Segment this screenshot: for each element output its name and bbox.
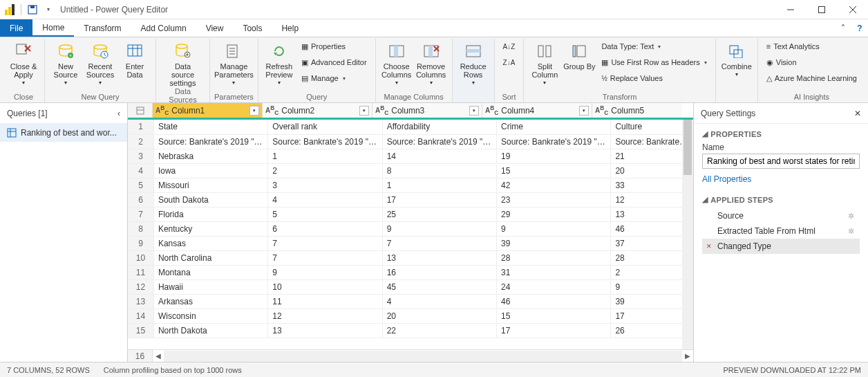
scroll-right-icon[interactable]: ▶ <box>682 351 693 362</box>
cell[interactable]: 9 <box>497 221 611 236</box>
close-button[interactable] <box>837 0 868 19</box>
all-properties-link[interactable]: All Properties <box>702 174 751 184</box>
cell[interactable]: 9 <box>382 221 496 236</box>
gear-icon[interactable]: ✲ <box>848 227 854 236</box>
text-analytics-button[interactable]: ≡Text Analytics <box>762 39 861 54</box>
advanced-editor-button[interactable]: ▣Advanced Editor <box>297 55 371 70</box>
gear-icon[interactable]: ✲ <box>848 212 854 221</box>
reduce-rows-button[interactable]: Reduce Rows▾ <box>457 39 490 86</box>
query-name-input[interactable] <box>702 154 860 169</box>
data-source-settings-button[interactable]: Data source settings <box>164 39 202 87</box>
cell[interactable]: 46 <box>497 294 611 309</box>
close-pane-icon[interactable]: ✕ <box>854 109 861 118</box>
cell[interactable]: 10 <box>268 279 382 294</box>
refresh-preview-button[interactable]: Refresh Preview▾ <box>263 39 296 86</box>
cell[interactable]: 16 <box>382 265 496 279</box>
data-type-button[interactable]: Data Type: Text <box>597 39 710 54</box>
cell[interactable]: Source: Bankrate's 2019 "Bes... <box>153 134 267 149</box>
group-by-button[interactable]: Group By <box>563 39 596 71</box>
cell[interactable]: Culture <box>611 120 693 134</box>
step-extracted-table[interactable]: Extracted Table From Html✲ <box>702 223 860 239</box>
cell[interactable]: 13 <box>382 250 496 265</box>
recent-sources-button[interactable]: Recent Sources▾ <box>84 39 117 86</box>
applied-steps-section-toggle[interactable]: ◢APPLIED STEPS <box>702 195 860 204</box>
table-row[interactable]: 12Hawaii1045249 <box>128 279 693 294</box>
tab-tools[interactable]: Tools <box>233 19 272 37</box>
column-header-2[interactable]: ABCColumn2▾ <box>263 103 372 118</box>
save-icon[interactable] <box>26 3 39 17</box>
cell[interactable]: State <box>153 120 267 134</box>
cell[interactable]: 13 <box>611 207 693 221</box>
tab-view[interactable]: View <box>196 19 234 37</box>
cell[interactable]: 5 <box>268 207 382 221</box>
filter-dropdown-icon[interactable]: ▾ <box>249 106 259 116</box>
cell[interactable]: 6 <box>268 221 382 236</box>
horizontal-scrollbar[interactable]: 16 ◀ ▶ <box>128 349 693 362</box>
cell[interactable]: Hawaii <box>153 279 267 294</box>
cell[interactable]: North Carolina <box>153 250 267 265</box>
split-column-button[interactable]: Split Column▾ <box>528 39 561 86</box>
table-row[interactable]: 10North Carolina7132828 <box>128 250 693 265</box>
sort-desc-button[interactable]: Z↓A <box>499 55 520 70</box>
combine-button[interactable]: Combine▾ <box>720 39 753 78</box>
cell[interactable]: Crime <box>497 120 611 134</box>
column-header-4[interactable]: ABCColumn4▾ <box>482 103 592 118</box>
filter-dropdown-icon[interactable]: ▾ <box>469 106 479 116</box>
cell[interactable]: 1 <box>382 178 496 192</box>
cell[interactable]: 12 <box>268 309 382 323</box>
cell[interactable]: Montana <box>153 265 267 279</box>
cell[interactable]: Source: Bankrate's 2019 "Bes... <box>268 134 382 149</box>
cell[interactable]: North Dakota <box>153 323 267 338</box>
tab-file[interactable]: File <box>0 19 32 37</box>
enter-data-button[interactable]: Enter Data <box>118 39 151 79</box>
cell[interactable]: Florida <box>153 207 267 221</box>
tab-help[interactable]: Help <box>272 19 308 37</box>
manage-button[interactable]: ▤Manage <box>297 71 371 86</box>
table-row[interactable]: 14Wisconsin12201517 <box>128 309 693 323</box>
cell[interactable]: 7 <box>268 250 382 265</box>
cell[interactable]: 17 <box>382 192 496 207</box>
cell[interactable]: 28 <box>611 250 693 265</box>
table-row[interactable]: 11Montana916312 <box>128 265 693 279</box>
table-row[interactable]: 15North Dakota13221726 <box>128 323 693 338</box>
cell[interactable]: 9 <box>611 279 693 294</box>
cell[interactable]: 12 <box>611 192 693 207</box>
column-header-5[interactable]: ABCColumn5 <box>592 103 682 118</box>
cell[interactable]: 46 <box>611 221 693 236</box>
table-row[interactable]: 1StateOverall rankAffordabilityCrimeCult… <box>128 120 693 134</box>
tab-home[interactable]: Home <box>32 19 74 37</box>
cell[interactable]: Arkansas <box>153 294 267 309</box>
table-row[interactable]: 9Kansas773937 <box>128 236 693 250</box>
step-changed-type[interactable]: Changed Type <box>702 239 860 254</box>
table-row[interactable]: 6South Dakota4172312 <box>128 192 693 207</box>
cell[interactable]: 37 <box>611 236 693 250</box>
scroll-thumb[interactable] <box>683 120 692 175</box>
properties-section-toggle[interactable]: ◢PROPERTIES <box>702 129 860 138</box>
cell[interactable]: 2 <box>268 163 382 178</box>
choose-columns-button[interactable]: Choose Columns▾ <box>380 39 413 86</box>
cell[interactable]: Iowa <box>153 163 267 178</box>
cell[interactable]: 7 <box>268 236 382 250</box>
first-row-headers-button[interactable]: ▦Use First Row as Headers <box>597 55 710 70</box>
cell[interactable]: 8 <box>382 163 496 178</box>
cell[interactable]: 26 <box>611 323 693 338</box>
cell[interactable]: 7 <box>382 236 496 250</box>
cell[interactable]: 15 <box>497 163 611 178</box>
cell[interactable]: 39 <box>497 236 611 250</box>
cell[interactable]: 1 <box>268 149 382 163</box>
cell[interactable]: Overall rank <box>268 120 382 134</box>
table-row[interactable]: 5Missouri314233 <box>128 178 693 192</box>
table-row[interactable]: 13Arkansas1144639 <box>128 294 693 309</box>
table-row[interactable]: 3Nebraska1141921 <box>128 149 693 163</box>
cell[interactable]: 9 <box>268 265 382 279</box>
cell[interactable]: 13 <box>268 323 382 338</box>
cell[interactable]: Missouri <box>153 178 267 192</box>
cell[interactable]: 15 <box>497 309 611 323</box>
table-row[interactable]: 2Source: Bankrate's 2019 "Bes...Source: … <box>128 134 693 149</box>
azure-ml-button[interactable]: △Azure Machine Learning <box>762 71 861 86</box>
cell[interactable]: 24 <box>497 279 611 294</box>
cell[interactable]: Source: Bankrate's 20 <box>611 134 693 149</box>
cell[interactable]: Source: Bankrate's 2019 "Bes... <box>382 134 496 149</box>
cell[interactable]: 17 <box>611 309 693 323</box>
cell[interactable]: 4 <box>382 294 496 309</box>
